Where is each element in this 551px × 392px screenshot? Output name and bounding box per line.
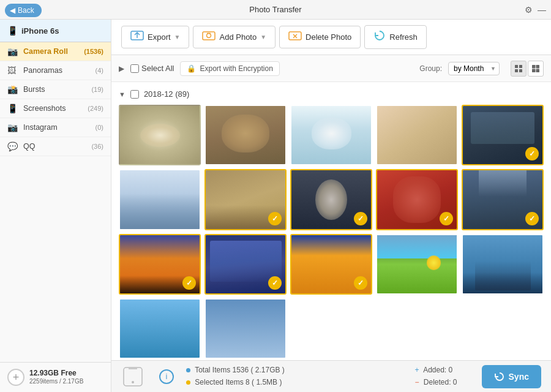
grid-view-button[interactable] — [511, 61, 527, 77]
photo-item[interactable] — [204, 298, 287, 359]
refresh-icon — [373, 29, 386, 45]
photo-item[interactable]: ✓ — [462, 105, 544, 165]
photo-item[interactable]: ✓ — [204, 169, 287, 230]
minimize-button[interactable]: — — [538, 5, 546, 15]
photo-check-icon: ✓ — [182, 276, 196, 290]
photo-check-icon: ✓ — [525, 212, 539, 225]
status-bar: i Total Items 1536 ( 2.17GB ) Selected I… — [111, 360, 551, 392]
photo-item[interactable] — [119, 298, 201, 359]
photos-container[interactable]: ▼ 2018-12 (89) — [111, 82, 551, 360]
back-icon: ◀ — [10, 6, 15, 15]
svg-rect-11 — [519, 69, 522, 72]
add-photo-button[interactable]: Add Photo ▼ — [193, 26, 276, 48]
added-icon: + — [414, 366, 419, 374]
photo-item[interactable]: ✓ — [119, 234, 201, 295]
photo-item[interactable]: ✓ — [204, 234, 287, 295]
svg-rect-13 — [536, 65, 540, 69]
group-toggle-arrow[interactable]: ▶ — [119, 64, 124, 73]
screenshots-icon: 📱 — [7, 104, 20, 113]
instagram-count: (0) — [96, 124, 103, 131]
info-icon: i — [159, 369, 174, 384]
bursts-label: Bursts — [23, 85, 91, 94]
refresh-button[interactable]: Refresh — [364, 25, 427, 49]
panorama-icon: 🖼 — [7, 66, 20, 75]
added-label: Added: 0 — [423, 366, 452, 374]
select-all-label: Select All — [141, 64, 174, 73]
photo-item[interactable] — [204, 105, 287, 165]
storage-info: 12.93GB Free 2259items / 2.17GB — [29, 369, 83, 386]
export-encryption-button[interactable]: 🔒 Export with Encryption — [180, 61, 279, 76]
add-album-button[interactable]: + — [7, 369, 24, 386]
status-change-info: + Added: 0 − Deleted: 0 — [414, 364, 457, 388]
group-select-wrap: by Month by Day by Year ▼ — [448, 62, 500, 75]
group-header: ▼ 2018-12 (89) — [119, 89, 544, 99]
export-label: Export — [148, 32, 171, 42]
selected-label: Selected Items 8 ( 1.5MB ) — [195, 378, 282, 386]
main-toolbar: Export ▼ Add Photo ▼ — [111, 20, 551, 55]
instagram-icon: 📷 — [7, 123, 20, 132]
view-toggle-group — [511, 61, 544, 77]
select-all-wrap[interactable]: Select All — [130, 64, 174, 73]
photo-check-icon: ✓ — [354, 212, 367, 225]
selected-dot — [186, 380, 190, 385]
svg-point-3 — [207, 34, 211, 38]
qq-count: (36) — [91, 143, 103, 150]
add-photo-icon — [202, 30, 216, 44]
app-body: 📱 iPhone 6s 📷 Camera Roll (1536) 🖼 Panor… — [0, 20, 551, 392]
sidebar-nav: 📷 Camera Roll (1536) 🖼 Panoramas (4) 📸 B… — [0, 42, 111, 362]
photo-item[interactable]: ✓ — [376, 169, 458, 230]
photo-item[interactable] — [462, 234, 544, 295]
delete-photo-icon — [288, 30, 302, 44]
sync-label: Sync — [509, 372, 529, 382]
photo-item[interactable] — [119, 169, 201, 230]
app-title: Photo Transfer — [249, 5, 301, 14]
lock-icon: 🔒 — [187, 64, 196, 73]
photo-item[interactable] — [376, 234, 458, 295]
photo-check-icon: ✓ — [440, 212, 453, 225]
svg-rect-10 — [515, 69, 518, 72]
sidebar-item-bursts[interactable]: 📸 Bursts (19) — [0, 80, 111, 99]
group-select-checkbox[interactable] — [130, 90, 139, 99]
photo-item[interactable] — [119, 105, 201, 165]
storage-items: 2259items / 2.17GB — [29, 377, 83, 386]
photo-item[interactable] — [290, 105, 372, 165]
add-photo-dropdown-icon: ▼ — [260, 34, 266, 40]
photo-check-icon: ✓ — [354, 276, 367, 290]
svg-rect-9 — [519, 65, 522, 68]
photo-item[interactable]: ✓ — [290, 169, 372, 230]
sub-toolbar: ▶ Select All 🔒 Export with Encryption Gr… — [111, 55, 551, 82]
settings-button[interactable]: ⚙ — [525, 5, 533, 15]
photo-item[interactable]: ✓ — [290, 234, 372, 295]
sidebar-item-instagram[interactable]: 📷 Instagram (0) — [0, 118, 111, 137]
back-button[interactable]: ◀ Back — [5, 4, 42, 17]
total-dot — [186, 368, 190, 372]
panoramas-label: Panoramas — [23, 66, 96, 75]
select-all-checkbox[interactable] — [130, 64, 139, 73]
export-button[interactable]: Export ▼ — [121, 26, 189, 48]
camera-roll-label: Camera Roll — [23, 47, 84, 56]
instagram-label: Instagram — [23, 123, 96, 132]
photo-item[interactable]: ✓ — [462, 169, 544, 230]
refresh-label: Refresh — [389, 32, 418, 42]
delete-photo-button[interactable]: Delete Photo — [279, 26, 361, 48]
storage-gb: 12.93GB Free — [29, 369, 83, 377]
sidebar: 📱 iPhone 6s 📷 Camera Roll (1536) 🖼 Panor… — [0, 20, 111, 392]
photo-check-icon: ✓ — [268, 276, 282, 290]
group-select[interactable]: by Month by Day by Year — [448, 62, 500, 75]
content-area: Export ▼ Add Photo ▼ — [111, 20, 551, 392]
add-photo-label: Add Photo — [219, 32, 257, 42]
delete-photo-label: Delete Photo — [305, 32, 351, 42]
status-stats: Total Items 1536 ( 2.17GB ) Selected Ite… — [186, 364, 285, 388]
group-collapse-icon[interactable]: ▼ — [119, 91, 126, 98]
sidebar-item-panoramas[interactable]: 🖼 Panoramas (4) — [0, 61, 111, 80]
svg-rect-14 — [532, 69, 536, 72]
sidebar-item-camera-roll[interactable]: 📷 Camera Roll (1536) — [0, 42, 111, 61]
large-grid-view-button[interactable] — [528, 61, 544, 77]
sidebar-item-qq[interactable]: 💬 QQ (36) — [0, 137, 111, 156]
photo-item[interactable] — [376, 105, 458, 165]
sidebar-item-screenshots[interactable]: 📱 Screenshots (249) — [0, 99, 111, 118]
photos-grid: ✓ ✓ ✓ — [119, 105, 544, 359]
total-label: Total Items 1536 ( 2.17GB ) — [195, 366, 285, 374]
deleted-label: Deleted: 0 — [424, 378, 457, 386]
sync-button[interactable]: Sync — [482, 365, 541, 388]
